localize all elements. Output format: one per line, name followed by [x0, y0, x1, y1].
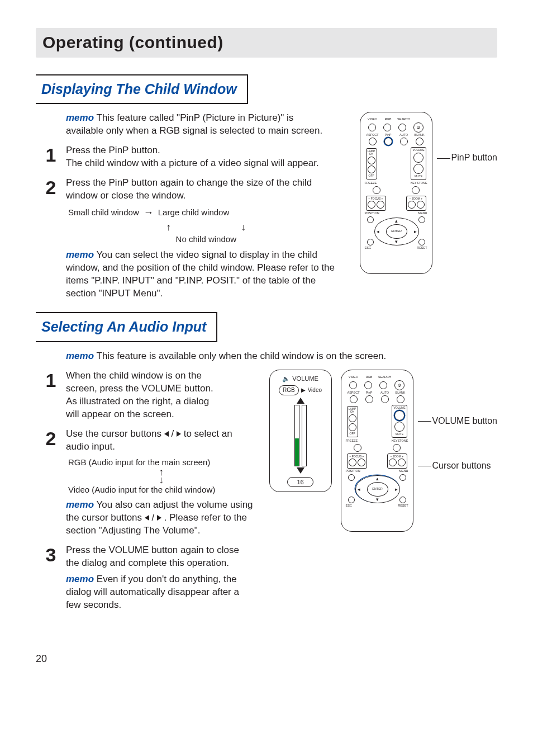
- memo-label: memo: [66, 112, 94, 123]
- step-number: 2: [36, 178, 66, 197]
- memo-text: This feature is available only when the …: [94, 351, 386, 361]
- pinp-button-icon: [384, 138, 392, 145]
- play-right-icon: ▶: [301, 386, 306, 394]
- volume-dialog-video-label: Video: [308, 386, 322, 394]
- step-text: When the child window is on the screen, …: [66, 370, 228, 421]
- step-number: 3: [36, 545, 66, 564]
- memo-2: memo You can select the video signal to …: [66, 249, 344, 300]
- volume-dialog-value: 16: [287, 477, 313, 488]
- volume-dialog-illustration: 🔈 VOLUME RGB ▶ Video 16: [269, 370, 332, 492]
- memo-label: memo: [66, 499, 94, 510]
- remote-illustration-2: VIDEORGBSEARCH ⏻ ASPECTPinPAUTOBLANK LAM…: [341, 370, 413, 532]
- audio-step-3: 3 Press the VOLUME button again to close…: [36, 544, 260, 612]
- memo-label: memo: [66, 351, 94, 361]
- volume-dialog-rgb-label: RGB: [279, 385, 299, 395]
- cycle-large-label: Large child window: [158, 207, 230, 218]
- arrow-right-icon: →: [144, 206, 154, 219]
- arrow-up-icon: ↑: [166, 220, 239, 234]
- volume-dialog-title: VOLUME: [292, 375, 318, 383]
- audio-step-2: 2 Use the cursor buttons / to select an …: [36, 428, 260, 537]
- speaker-icon: 🔈: [282, 375, 290, 383]
- page-header: Operating (continued): [36, 28, 497, 58]
- step-text-line: Press the PinP button.: [66, 144, 344, 157]
- triangle-up-icon: [297, 398, 304, 404]
- callout-pinp-button: PinP button: [437, 152, 497, 163]
- memo-intro-2: memo This feature is available only when…: [66, 350, 475, 363]
- power-icon: ⏻: [394, 380, 404, 390]
- callout-cursor-buttons: Cursor buttons: [418, 460, 498, 471]
- page-number: 20: [36, 652, 497, 665]
- remote-illustration-1: VIDEORGBSEARCH ⏻ ASPECTPinPAUTOBLANK LAM…: [360, 112, 432, 274]
- step-text: Press the VOLUME button again to close t…: [66, 544, 255, 570]
- child-window-cycle-diagram: Small child window → Large child window …: [68, 206, 344, 245]
- step-text: Use the cursor buttons / to select an au…: [66, 428, 255, 453]
- audio-child-label: Video (Audio input for the child window): [68, 484, 255, 495]
- memo-label: memo: [66, 249, 94, 260]
- section-heading-audio-input: Selecting An Audio Input: [36, 312, 217, 342]
- step-text-line: The child window with a picture of a vid…: [66, 157, 344, 170]
- section-heading-child-window: Displaying The Child Window: [36, 74, 248, 105]
- step-number: 1: [36, 145, 66, 164]
- step-number: 1: [36, 371, 66, 390]
- cycle-none-label: No child window: [176, 234, 236, 244]
- cycle-small-label: Small child window: [68, 207, 139, 218]
- cursor-right-icon: [157, 515, 161, 521]
- audio-step-1: 1 When the child window is on the screen…: [36, 370, 260, 421]
- step-number: 2: [36, 429, 66, 448]
- memo-label: memo: [66, 574, 94, 584]
- callout-volume-button: VOLUME button: [418, 415, 498, 427]
- step-text: Press the PinP button again to change th…: [66, 177, 344, 202]
- volume-button-icon: [394, 410, 404, 420]
- arrow-down-icon: ↓: [241, 220, 246, 234]
- power-icon: ⏻: [413, 122, 423, 133]
- memo-3: memo You also can adjust the volume usin…: [66, 499, 255, 537]
- memo-text: This feature called "PinP (Picture in Pi…: [66, 112, 322, 136]
- cursor-left-icon: [145, 515, 149, 521]
- audio-input-diagram: RGB (Audio input for the main screen) ↑ …: [68, 457, 255, 495]
- triangle-down-icon: [297, 467, 304, 474]
- memo-text: You can select the video signal to displ…: [66, 249, 335, 299]
- memo-4: memo Even if you don't do anything, the …: [66, 573, 255, 612]
- memo-intro-1: memo This feature called "PinP (Picture …: [66, 112, 327, 138]
- step-2: 2 Press the PinP button again to change …: [36, 177, 350, 300]
- cursor-left-icon: [164, 431, 169, 437]
- cursor-buttons-icon: ▴ ▾ ◂ ▸ ENTER: [355, 475, 399, 502]
- cursor-right-icon: [177, 431, 181, 437]
- step-1: 1 Press the PinP button. The child windo…: [36, 144, 350, 170]
